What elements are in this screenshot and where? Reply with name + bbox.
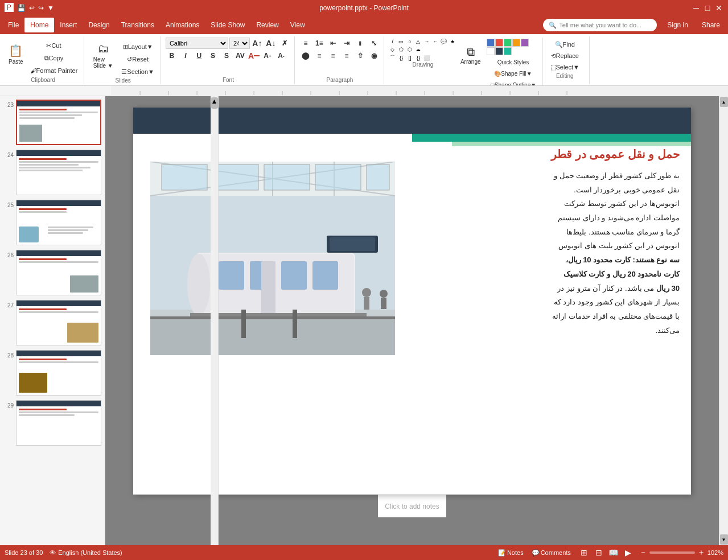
qs-swatch-8[interactable] <box>504 47 512 55</box>
increase-font-btn[interactable]: A↑ <box>251 38 264 49</box>
decrease-font-btn[interactable]: A↓ <box>265 38 277 49</box>
col-count-btn[interactable]: ⫾ <box>354 38 367 49</box>
cut-btn[interactable]: ✂ Cut <box>27 40 81 51</box>
increase-indent-btn[interactable]: ⇥ <box>340 38 353 49</box>
qs-swatch-2[interactable] <box>495 39 503 47</box>
bold-btn[interactable]: B <box>166 50 178 61</box>
slide-img-29[interactable] <box>16 400 101 446</box>
shape-pentagon[interactable]: ⬠ <box>397 46 405 53</box>
comments-btn[interactable]: 💬 Comments <box>529 549 573 557</box>
quick-access-more[interactable]: ▼ <box>47 4 54 12</box>
slide-img-24[interactable] <box>16 150 101 195</box>
slide-thumb-27[interactable]: 27 <box>2 299 102 347</box>
italic-btn[interactable]: I <box>179 50 192 61</box>
right-scrollbar[interactable]: ▲ ▼ <box>719 96 728 545</box>
menu-view[interactable]: View <box>285 18 311 32</box>
notes-bar[interactable]: Click to add notes <box>378 495 446 517</box>
slide-thumb-28[interactable]: 28 <box>2 349 102 397</box>
share-btn[interactable]: Share <box>696 18 726 32</box>
slide-sorter-btn[interactable]: ⊟ <box>593 547 605 558</box>
layout-btn[interactable]: ⊞ Layout ▼ <box>118 41 157 52</box>
quick-access-undo[interactable]: ↩ <box>29 4 35 12</box>
format-painter-btn[interactable]: 🖌 Format Painter <box>27 65 81 76</box>
align-text-btn[interactable]: ⇧ <box>354 50 367 61</box>
reading-view-btn[interactable]: 📖 <box>607 547 620 558</box>
qs-swatch-1[interactable] <box>487 39 495 47</box>
section-btn[interactable]: ☰ Section ▼ <box>118 66 157 77</box>
scroll-up-btn[interactable]: ▲ <box>720 97 728 107</box>
font-size-dn[interactable]: A- <box>275 50 287 61</box>
align-left-btn[interactable]: ⬤ <box>299 50 312 61</box>
menu-review[interactable]: Review <box>250 18 284 32</box>
shape-diamond[interactable]: ◇ <box>389 46 397 53</box>
font-size-select[interactable]: 241214182836 <box>229 38 250 49</box>
shape-flow[interactable]: ⬜ <box>423 54 431 61</box>
qs-swatch-5[interactable] <box>521 39 529 47</box>
smartart-btn[interactable]: ◉ <box>368 50 380 61</box>
menu-animations[interactable]: Animations <box>160 18 205 32</box>
shape-triangle[interactable]: △ <box>414 38 422 45</box>
vertical-left-scrollbar[interactable]: ▲ <box>211 96 219 545</box>
slideshow-btn[interactable]: ▶ <box>622 547 635 558</box>
maximize-btn[interactable]: □ <box>703 3 712 13</box>
notes-btn[interactable]: 📝 Notes <box>496 549 526 557</box>
canvas-area[interactable]: ▲ <box>105 96 719 545</box>
shape-circle[interactable]: ○ <box>406 38 414 45</box>
close-btn[interactable]: ✕ <box>714 3 723 13</box>
quick-access-save[interactable]: 💾 <box>17 4 26 12</box>
quick-styles-btn[interactable]: Quick Styles <box>487 56 540 68</box>
decrease-indent-btn[interactable]: ⇤ <box>327 38 339 49</box>
align-center-btn[interactable]: ≡ <box>313 50 326 61</box>
menu-insert[interactable]: Insert <box>54 18 83 32</box>
strike-btn[interactable]: S <box>207 50 219 61</box>
zoom-out-btn[interactable]: － <box>639 547 647 558</box>
zoom-slider[interactable] <box>649 551 695 554</box>
reset-btn[interactable]: ↺ Reset <box>118 53 157 65</box>
bullets-btn[interactable]: ≡ <box>299 38 312 49</box>
slide-thumb-23[interactable]: 23 <box>2 98 102 146</box>
shape-star[interactable]: ★ <box>449 38 456 45</box>
sign-in-btn[interactable]: Sign in <box>661 18 694 32</box>
qs-swatch-6[interactable] <box>487 47 495 55</box>
menu-slideshow[interactable]: Slide Show <box>205 18 250 32</box>
minimize-btn[interactable]: ─ <box>692 3 701 13</box>
slide-img-25[interactable] <box>16 200 101 245</box>
menu-design[interactable]: Design <box>83 18 115 32</box>
shape-brace[interactable]: {} <box>414 54 422 61</box>
slide-img-26[interactable] <box>16 250 101 295</box>
slide-thumb-25[interactable]: 25 <box>2 199 102 246</box>
font-size-up[interactable]: A+ <box>261 50 274 61</box>
shape-hexagon[interactable]: ⬡ <box>406 46 414 53</box>
shape-arrow-r[interactable]: → <box>423 38 431 45</box>
numbering-btn[interactable]: 1≡ <box>313 38 326 49</box>
search-input[interactable] <box>559 22 650 28</box>
underline-btn[interactable]: U <box>193 50 205 61</box>
quick-access-redo[interactable]: ↪ <box>38 4 44 12</box>
shape-arrow-l[interactable]: ← <box>431 38 439 45</box>
shape-arc[interactable]: ⌒ <box>389 54 397 61</box>
menu-home[interactable]: Home <box>24 18 54 32</box>
search-bar[interactable]: 🔍 <box>543 19 657 31</box>
qs-swatch-7[interactable] <box>495 47 503 55</box>
shape-eq[interactable]: {} <box>397 54 405 61</box>
slide-thumb-26[interactable]: 26 <box>2 249 102 297</box>
slide-thumb-29[interactable]: 29 <box>2 399 102 447</box>
shape-callout[interactable]: 💬 <box>440 38 448 45</box>
qs-swatch-4[interactable] <box>512 39 520 47</box>
shape-fill-btn[interactable]: 🎨 Shape Fill ▼ <box>487 68 540 79</box>
menu-file[interactable]: File <box>2 18 24 32</box>
qs-swatch-3[interactable] <box>504 39 512 47</box>
slide-img-27[interactable] <box>16 300 101 345</box>
shape-outline-btn[interactable]: ◻ Shape Outline ▼ <box>487 79 540 85</box>
scrollbar-up-btn[interactable]: ▲ <box>211 97 218 109</box>
shape-bracket[interactable]: [] <box>406 54 414 61</box>
arrange-btn[interactable]: ⧉ Arrange <box>458 39 483 72</box>
text-direction-btn[interactable]: ⤡ <box>368 38 380 49</box>
slide-img-28[interactable] <box>16 350 101 396</box>
font-name-select[interactable]: Calibri Arial Times New Roman <box>166 38 228 49</box>
replace-btn[interactable]: ⟲ Replace <box>548 50 582 61</box>
scroll-down-btn[interactable]: ▼ <box>720 534 728 545</box>
find-btn[interactable]: 🔍 Find <box>548 39 582 50</box>
normal-view-btn[interactable]: ⊞ <box>578 547 590 558</box>
new-slide-btn[interactable]: 🗂 NewSlide ▼ <box>89 39 117 72</box>
